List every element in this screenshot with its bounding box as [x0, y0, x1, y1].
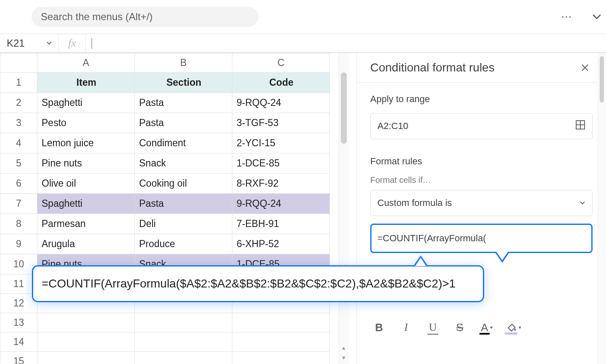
apply-to-range-input[interactable]: A2:C10 — [370, 113, 593, 139]
table-row: 15 — [0, 352, 330, 364]
row-header[interactable]: 5 — [0, 153, 37, 174]
cell[interactable]: 8-RXF-92 — [232, 174, 330, 194]
formula-bar-input[interactable] — [86, 34, 606, 53]
chevron-down-icon — [593, 14, 601, 20]
row-header[interactable]: 7 — [0, 194, 37, 214]
text-color-button[interactable]: A▾ — [479, 319, 495, 335]
table-row: 2SpaghettiPasta9-RQQ-24 — [0, 93, 330, 113]
tooltip-tail — [413, 256, 428, 266]
paint-bucket-icon — [506, 322, 517, 333]
cell[interactable]: 2-YCI-15 — [232, 133, 330, 153]
cell[interactable] — [232, 332, 330, 352]
conditional-format-sidebar: Conditional format rules Apply to range … — [356, 53, 606, 364]
row-header[interactable]: 6 — [0, 174, 37, 194]
close-sidebar-button[interactable] — [577, 60, 593, 75]
scroll-up-icon[interactable]: ▴ — [341, 344, 347, 351]
row-header[interactable]: 4 — [0, 133, 37, 153]
scroll-down-icon[interactable]: ▾ — [341, 354, 347, 361]
cell[interactable]: Pasta — [135, 113, 232, 133]
cell[interactable]: Spaghetti — [37, 93, 135, 113]
header-cell[interactable]: Item — [37, 73, 135, 93]
scrollbar-thumb[interactable] — [341, 72, 347, 144]
select-range-button[interactable] — [575, 120, 585, 132]
cell[interactable]: Arugula — [37, 234, 135, 254]
bold-button[interactable]: B — [371, 319, 387, 335]
cell[interactable]: Spaghetti — [37, 194, 135, 214]
strikethrough-button[interactable]: S — [452, 319, 468, 335]
header-cell[interactable]: Section — [135, 73, 232, 93]
cell[interactable]: 9-RQQ-24 — [232, 194, 330, 214]
more-icon: ⋯ — [561, 11, 572, 24]
custom-formula-input[interactable]: =COUNTIF(ArrayFormula( — [370, 224, 593, 253]
cell[interactable] — [135, 352, 232, 364]
table-row: 13 — [0, 313, 330, 332]
condition-select[interactable]: Custom formula is — [370, 190, 593, 216]
formula-tooltip: =COUNTIF(ArrayFormula($A$2:$A2&$B$2:$B2&… — [32, 265, 484, 302]
cell[interactable]: Olive oil — [37, 174, 135, 194]
formula-visible-text: =COUNTIF(ArrayFormula( — [377, 233, 486, 244]
cell[interactable]: 7-EBH-91 — [232, 214, 330, 234]
cell[interactable]: Parmesan — [37, 214, 135, 234]
apply-to-range-label: Apply to range — [370, 94, 593, 105]
cell[interactable] — [37, 352, 135, 364]
cell[interactable] — [37, 332, 135, 352]
cell[interactable] — [135, 332, 232, 352]
cell[interactable]: 3-TGF-53 — [232, 113, 330, 133]
column-header[interactable]: C — [232, 53, 330, 73]
condition-value: Custom formula is — [377, 198, 452, 208]
cell[interactable]: Lemon juice — [37, 133, 135, 153]
cell[interactable]: Cooking oil — [135, 174, 232, 194]
row-header[interactable]: 9 — [0, 234, 37, 254]
select-all-cell[interactable] — [0, 53, 37, 73]
table-row: 14 — [0, 332, 330, 352]
sidebar-scrollbar[interactable] — [598, 53, 606, 364]
cell[interactable] — [232, 352, 330, 364]
chevron-down-icon — [580, 201, 585, 205]
fill-color-button[interactable]: ▾ — [506, 319, 522, 335]
cell[interactable] — [135, 313, 232, 332]
row-header[interactable]: 8 — [0, 214, 37, 234]
table-row: 5Pine nutsSnack1-DCE-85 — [0, 153, 330, 174]
row-header[interactable]: 1 — [0, 73, 37, 93]
table-row: 4Lemon juiceCondiment2-YCI-15 — [0, 133, 330, 153]
row-header[interactable]: 13 — [0, 313, 37, 332]
italic-button[interactable]: I — [398, 319, 414, 335]
svg-point-5 — [514, 329, 516, 330]
cell[interactable]: 6-XHP-52 — [232, 234, 330, 254]
search-placeholder: Search the menus (Alt+/) — [41, 11, 153, 23]
cell[interactable]: 9-RQQ-24 — [232, 93, 330, 113]
underline-button[interactable]: U — [425, 319, 441, 335]
menu-search-input[interactable]: Search the menus (Alt+/) — [32, 7, 258, 27]
row-header[interactable]: 2 — [0, 93, 37, 113]
column-header[interactable]: B — [135, 53, 232, 73]
cell[interactable]: Pasta — [135, 194, 232, 214]
collapse-toolbar-button[interactable] — [588, 8, 606, 26]
cell[interactable]: Pine nuts — [37, 153, 135, 174]
row-header[interactable]: 14 — [0, 332, 37, 352]
name-box[interactable]: K21 — [0, 34, 59, 53]
table-row: 3PestoPasta3-TGF-53 — [0, 113, 330, 133]
cell[interactable]: Pasta — [135, 93, 232, 113]
spreadsheet-grid[interactable]: ABC1ItemSectionCode2SpaghettiPasta9-RQQ-… — [0, 53, 349, 364]
row-header[interactable]: 3 — [0, 113, 37, 133]
table-row: 7SpaghettiPasta9-RQQ-24 — [0, 194, 330, 214]
cell[interactable]: Condiment — [135, 133, 232, 153]
cell[interactable] — [37, 313, 135, 332]
column-header[interactable]: A — [37, 53, 135, 73]
fx-label: fx — [59, 34, 86, 53]
more-menu-button[interactable]: ⋯ — [557, 8, 576, 26]
cell[interactable]: 1-DCE-85 — [232, 153, 330, 174]
chevron-down-icon — [47, 42, 52, 45]
row-header[interactable]: 15 — [0, 352, 37, 364]
vertical-scrollbar[interactable]: ▴ ▾ — [339, 53, 349, 364]
cell[interactable]: Produce — [135, 234, 232, 254]
formula-full-text: =COUNTIF(ArrayFormula($A$2:$A2&$B$2:$B2&… — [42, 277, 456, 290]
table-row: 6Olive oilCooking oil8-RXF-92 — [0, 174, 330, 194]
scrollbar-thumb[interactable] — [600, 56, 604, 103]
cell[interactable]: Deli — [135, 214, 232, 234]
sidebar-title: Conditional format rules — [370, 61, 495, 74]
cell[interactable]: Snack — [135, 153, 232, 174]
header-cell[interactable]: Code — [232, 73, 330, 93]
cell[interactable]: Pesto — [37, 113, 135, 133]
cell[interactable] — [232, 313, 330, 332]
